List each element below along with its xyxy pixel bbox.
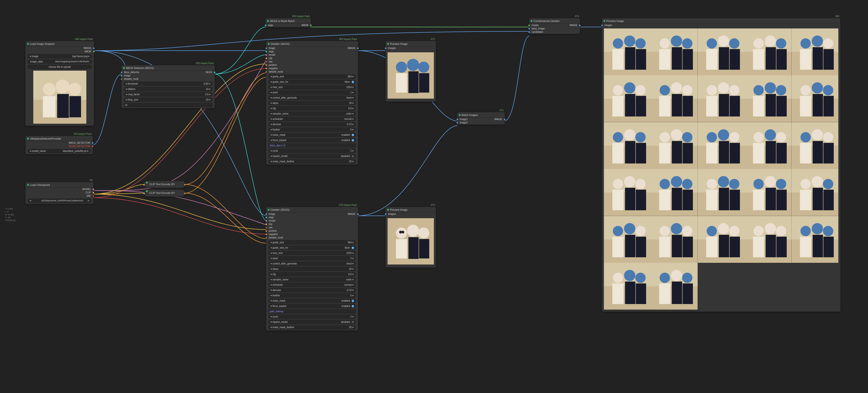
widget-ckpt[interactable]: ◀sd15/alyxnanse_v20HDPruned.safetensors▶ <box>28 198 91 203</box>
svg-point-42 <box>707 38 717 49</box>
svg-point-84 <box>729 85 740 96</box>
svg-point-156 <box>682 179 693 189</box>
node-preview-grid[interactable]: #68 Preview Image images <box>602 18 840 312</box>
debug-stats: T: 0.00sI: 0N: 14 [0]V: 48FPS:62.50 <box>5 207 16 222</box>
node-detailer-1[interactable]: #63 Impact Pack Detailer (SEGS) imageIMA… <box>266 41 358 165</box>
widget-labels[interactable]: all <box>123 103 213 107</box>
svg-point-235 <box>671 270 682 281</box>
svg-point-34 <box>660 38 670 49</box>
node-title[interactable]: Load Checkpoint <box>26 182 93 188</box>
node-combinatorial[interactable]: #74 Combinatorial Detailer masksIMAGE ba… <box>529 18 580 34</box>
node-batch-images[interactable]: #71 Batch Images image1IMAGE image2 <box>457 112 505 125</box>
svg-rect-165 <box>706 190 717 210</box>
svg-rect-39 <box>683 49 693 70</box>
node-load-image[interactable]: #46 Inspire Pack Load Image (Inspire) IM… <box>25 41 94 126</box>
node-title[interactable]: UltralyticsDetectorProvider <box>26 136 93 141</box>
upload-button[interactable]: choose file to upload <box>28 65 92 69</box>
widget-modelname[interactable]: ◀model_namebbox/face_yolov8m.pt▶ <box>28 149 91 153</box>
node-bbox-detector[interactable]: #28 Impact Pack BBOX Detector (SEGS) bbo… <box>121 65 215 108</box>
svg-rect-7 <box>69 96 81 118</box>
svg-rect-238 <box>672 282 682 304</box>
node-title[interactable]: Preview Image <box>385 41 436 46</box>
svg-rect-54 <box>766 47 776 70</box>
svg-point-50 <box>753 38 764 49</box>
svg-point-43 <box>718 35 729 47</box>
node-title[interactable]: Preview Image <box>385 207 436 212</box>
svg-rect-71 <box>636 96 646 117</box>
svg-point-82 <box>707 85 717 96</box>
svg-rect-14 <box>419 73 429 93</box>
node-preview-2[interactable]: #73 Preview Image images <box>385 207 436 268</box>
svg-point-171 <box>765 176 776 187</box>
svg-point-234 <box>660 273 670 283</box>
svg-rect-134 <box>766 141 776 163</box>
node-title[interactable]: BBOX Detector (SEGS) <box>122 65 215 71</box>
svg-point-212 <box>776 226 786 236</box>
svg-point-44 <box>729 38 740 49</box>
svg-point-147 <box>624 176 636 187</box>
svg-point-154 <box>660 179 670 189</box>
node-load-checkpoint[interactable]: #4 Load Checkpoint MODEL CLIP VAE ◀sd15/… <box>25 182 94 204</box>
widget-imagedata[interactable]: image_datadata:image/png;base64,iVBORw0K <box>28 59 92 64</box>
node-badge: #72 <box>431 38 435 40</box>
node-title[interactable]: Preview Image <box>602 18 840 24</box>
svg-point-26 <box>613 38 623 49</box>
svg-rect-101 <box>800 96 811 117</box>
svg-rect-79 <box>683 96 693 117</box>
node-ultralytics[interactable]: #18 Impact Pack UltralyticsDetectorProvi… <box>25 136 93 154</box>
svg-rect-215 <box>776 236 787 257</box>
svg-point-140 <box>823 132 833 142</box>
node-title[interactable]: Load Image (Inspire) <box>26 41 94 46</box>
node-title[interactable]: Batch Images <box>457 112 504 118</box>
node-detailer-2[interactable]: #70 Impact Pack Detailer (SEGS) imageIMA… <box>266 207 358 331</box>
preview-grid <box>604 28 838 309</box>
node-preview-1[interactable]: #72 Preview Image images <box>385 41 436 102</box>
svg-point-178 <box>801 179 811 189</box>
svg-rect-174 <box>766 188 776 210</box>
svg-point-18 <box>418 227 429 238</box>
node-clip-encode-1[interactable]: CLIP Text Encode (Pr <box>144 181 185 188</box>
svg-rect-46 <box>719 47 729 70</box>
svg-rect-207 <box>730 236 740 257</box>
svg-rect-135 <box>776 143 787 163</box>
svg-rect-166 <box>719 188 729 210</box>
svg-rect-133 <box>753 143 764 163</box>
svg-point-179 <box>812 176 823 187</box>
svg-rect-37 <box>659 49 671 70</box>
node-clip-encode-2[interactable]: CLIP Text Encode (Pr <box>144 190 185 197</box>
node-title[interactable]: SEGS to Mask Batch <box>266 18 311 24</box>
svg-rect-12 <box>396 73 407 93</box>
node-title[interactable]: Combinatorial Detailer <box>529 18 580 24</box>
svg-rect-191 <box>636 236 646 257</box>
svg-point-58 <box>801 38 811 49</box>
svg-rect-45 <box>706 49 717 70</box>
svg-rect-29 <box>612 49 624 70</box>
svg-point-90 <box>753 85 764 96</box>
node-segs-to-mask[interactable]: #59 Impact Pack SEGS to Mask Batch segsM… <box>265 18 311 27</box>
svg-point-83 <box>718 83 729 94</box>
svg-point-35 <box>671 35 682 47</box>
svg-point-60 <box>823 38 833 49</box>
svg-rect-197 <box>659 236 671 257</box>
svg-point-203 <box>718 223 729 234</box>
svg-rect-102 <box>812 94 823 117</box>
svg-rect-55 <box>776 49 787 70</box>
svg-point-107 <box>624 129 636 140</box>
svg-point-130 <box>753 132 764 142</box>
svg-point-124 <box>729 132 740 142</box>
widget-image[interactable]: ◀imagebad faces.png▶ <box>28 54 92 59</box>
svg-rect-182 <box>812 188 823 210</box>
svg-point-76 <box>682 85 693 96</box>
node-badge: #70 Impact Pack <box>339 204 357 206</box>
svg-point-68 <box>635 85 646 96</box>
svg-rect-13 <box>408 71 418 93</box>
node-title[interactable]: Detailer (SEGS) <box>266 207 358 212</box>
svg-rect-183 <box>824 190 834 210</box>
image-thumb <box>33 71 86 124</box>
svg-point-163 <box>718 176 729 187</box>
svg-rect-38 <box>672 47 682 70</box>
node-title[interactable]: Detailer (SEGS) <box>266 41 358 46</box>
svg-point-20 <box>402 231 404 234</box>
svg-point-196 <box>682 226 693 236</box>
svg-rect-143 <box>824 143 834 163</box>
